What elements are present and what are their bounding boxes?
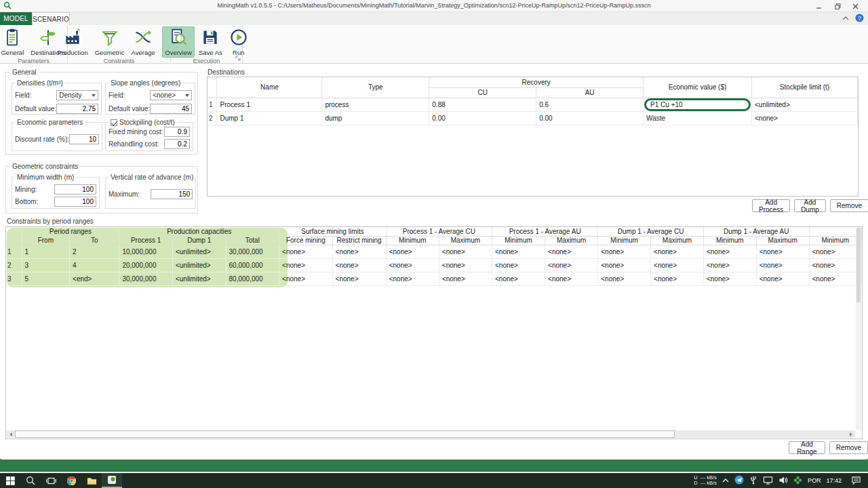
header-stockpile-limit[interactable]: Stockpile limit (t) [752, 77, 858, 98]
header-cu[interactable]: CU [429, 87, 536, 98]
constraint-cell[interactable]: <none> [598, 272, 651, 285]
destination-type-cell[interactable]: dump [322, 111, 429, 125]
stockpile-limit-cell[interactable]: <unlimited> [752, 98, 858, 111]
column-header[interactable]: Maximum [756, 236, 809, 245]
economic-value-cell[interactable]: P1 Cu +10 [644, 98, 752, 111]
column-header[interactable]: Minimum [492, 236, 545, 245]
file-explorer-icon[interactable] [81, 473, 102, 488]
constraint-cell[interactable]: <none> [386, 258, 439, 272]
constraint-cell[interactable]: 30,000,000 [226, 245, 279, 258]
constraint-cell[interactable]: <none> [439, 245, 492, 258]
rehandling-cost-input[interactable] [164, 139, 190, 149]
constraint-cell[interactable]: <none> [703, 272, 756, 285]
telegram-icon[interactable] [734, 475, 744, 486]
constraint-cell[interactable]: 10,000,000 [119, 245, 173, 258]
economic-value-cell[interactable]: Waste [644, 111, 752, 125]
tab-scenario[interactable]: SCENARIO [32, 12, 70, 25]
average-button[interactable]: Average [129, 26, 158, 58]
discount-rate-input[interactable] [69, 134, 99, 144]
remove-destination-button[interactable]: Remove [830, 199, 868, 212]
constraint-cell[interactable]: <none> [651, 258, 704, 272]
maximum-input[interactable] [151, 189, 193, 199]
start-button[interactable] [0, 473, 20, 488]
column-header[interactable]: Maximum [439, 236, 492, 245]
constraint-cell[interactable]: <none> [598, 258, 651, 272]
header-au[interactable]: AU [536, 87, 644, 98]
constraint-cell[interactable]: 3 [22, 258, 70, 272]
constraint-cell[interactable]: <none> [332, 258, 386, 272]
header-type[interactable]: Type [322, 77, 429, 98]
clock[interactable]: 17:42 [826, 477, 842, 484]
general-button[interactable]: General [0, 26, 26, 58]
minimize-button[interactable] [811, 1, 826, 11]
overview-button[interactable]: Overview [162, 26, 195, 58]
recovery-cu-cell[interactable]: 0.88 [429, 98, 536, 111]
taskbar-search-icon[interactable] [20, 473, 41, 488]
densities-default-input[interactable] [56, 104, 98, 114]
slope-default-input[interactable] [150, 104, 192, 114]
scroll-right-icon[interactable] [850, 432, 852, 436]
constraint-cell[interactable]: <none> [386, 245, 439, 258]
column-header[interactable]: Minimum [703, 236, 756, 245]
vertical-scrollbar[interactable] [856, 228, 861, 430]
constraint-cell[interactable]: <none> [651, 245, 704, 258]
bottom-input[interactable] [54, 197, 96, 207]
constraint-cell[interactable]: <none> [756, 245, 809, 258]
network-speed-indicator[interactable]: U--- kB/s D--- kB/s [694, 475, 717, 486]
constraint-cell[interactable]: <none> [756, 272, 809, 285]
column-header[interactable]: Restrict mining [332, 236, 386, 245]
column-header[interactable]: Force mining [279, 236, 333, 245]
highlighted-economic-value[interactable]: P1 Cu +10 [644, 98, 751, 111]
mining-input[interactable] [54, 184, 96, 195]
constraint-cell[interactable]: <none> [809, 258, 861, 272]
execution-dialog-launcher-icon[interactable] [235, 55, 241, 62]
destination-name-cell[interactable]: Dump 1 [217, 111, 322, 125]
recovery-au-cell[interactable]: 0.6 [536, 98, 644, 111]
constraint-cell[interactable]: <unlimited> [172, 272, 226, 285]
header-economic-value[interactable]: Economic value ($) [644, 77, 752, 98]
constraint-cell[interactable]: 30,000,000 [119, 272, 173, 285]
column-header[interactable]: From [22, 236, 70, 245]
remove-range-button[interactable]: Remove [829, 441, 868, 454]
column-header[interactable]: Minimum [809, 236, 861, 245]
constraint-cell[interactable]: 2 [70, 245, 119, 258]
constraint-cell[interactable]: <none> [703, 258, 756, 272]
constraint-cell[interactable]: <none> [598, 245, 651, 258]
miningmath-taskbar-icon[interactable] [102, 473, 122, 488]
constraint-cell[interactable]: <none> [703, 245, 756, 258]
column-header[interactable]: Total [226, 236, 279, 245]
constraint-cell[interactable]: <none> [545, 272, 598, 285]
add-dump-button[interactable]: Add Dump [794, 199, 826, 212]
recovery-au-cell[interactable]: 0.00 [536, 111, 644, 125]
constraint-cell[interactable]: <none> [332, 245, 386, 258]
save-as-button[interactable]: Save As [196, 26, 225, 58]
tray-chevron-up-icon[interactable] [722, 477, 729, 485]
destination-type-cell[interactable]: process [322, 98, 429, 111]
scroll-left-icon[interactable] [9, 432, 12, 436]
constraint-cell[interactable]: <end> [70, 272, 119, 285]
tray-app-icon[interactable] [793, 476, 802, 486]
constraint-cell[interactable]: 5 [22, 272, 70, 285]
column-header[interactable]: Minimum [598, 236, 651, 245]
vertical-scrollbar-thumb[interactable] [856, 228, 861, 302]
constraint-cell[interactable]: <none> [279, 272, 333, 285]
constraint-cell[interactable]: <none> [545, 258, 598, 272]
densities-field-dropdown[interactable]: Density [56, 90, 98, 100]
constraint-cell[interactable]: <none> [386, 272, 439, 285]
column-header[interactable]: To [70, 236, 119, 245]
constraint-cell[interactable]: <none> [439, 258, 492, 272]
task-view-icon[interactable] [41, 473, 61, 488]
constraint-cell[interactable]: <none> [809, 245, 861, 258]
column-header[interactable]: Maximum [545, 236, 598, 245]
collapse-ribbon-icon[interactable] [842, 15, 849, 22]
action-center-icon[interactable] [851, 476, 861, 486]
speaker-icon[interactable] [778, 476, 788, 486]
constraint-cell[interactable]: <none> [545, 245, 598, 258]
constraint-cell[interactable]: <none> [492, 272, 545, 285]
constraint-cell[interactable]: <none> [756, 258, 809, 272]
constraint-cell[interactable]: 60,000,000 [226, 258, 279, 272]
constraint-cell[interactable]: 4 [70, 258, 119, 272]
tab-model[interactable]: MODEL [0, 12, 32, 25]
economic-value-text[interactable]: Waste [646, 115, 749, 122]
column-header[interactable]: Maximum [651, 236, 704, 245]
